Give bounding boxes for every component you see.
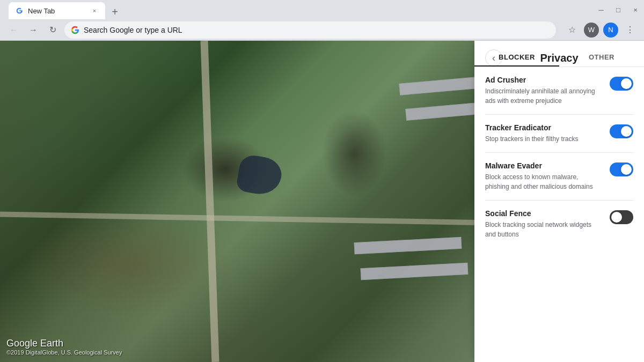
toggle-tracker-thumb [621, 126, 632, 137]
toggle-malware-thumb [621, 164, 632, 175]
toggle-social-fence[interactable] [610, 210, 633, 224]
setting-ad-crusher: Ad Crusher Indiscriminately annihilate a… [485, 67, 633, 115]
menu-button[interactable]: ⋮ [623, 23, 638, 38]
toggle-malware-evader[interactable] [610, 162, 633, 176]
address-input-wrap[interactable]: Search Google or type a URL [64, 21, 556, 39]
copyright-text: ©2019 DigitalGlobe, U.S. Geological Surv… [6, 349, 122, 356]
google-tab-icon [15, 6, 24, 15]
tab-title: New Tab [28, 7, 55, 15]
address-bar-right: ☆ W N ⋮ [565, 23, 638, 38]
setting-ad-crusher-name: Ad Crusher [485, 76, 603, 84]
tab-other[interactable]: OTHER [559, 49, 644, 67]
toggle-tracker-eradicator[interactable] [610, 124, 633, 138]
toggle-ad-crusher[interactable] [610, 77, 633, 91]
google-earth-watermark: Google Earth ©2019 DigitalGlobe, U.S. Ge… [6, 338, 122, 356]
setting-social-desc: Block tracking social network widgets an… [485, 220, 603, 239]
maximize-button[interactable]: □ [614, 6, 623, 14]
address-bar: ← → ↻ Search Google or type a URL ☆ W N … [0, 19, 644, 41]
setting-social-name: Social Fence [485, 209, 603, 218]
window-controls: ─ □ × [597, 6, 640, 14]
close-button[interactable]: × [631, 6, 640, 14]
setting-social-text: Social Fence Block tracking social netwo… [485, 209, 603, 239]
profile-avatar[interactable]: N [603, 23, 618, 38]
privacy-panel: ‹ Privacy BLOCKER OTHER Ad Crusher Indis… [474, 41, 644, 362]
minimize-button[interactable]: ─ [597, 6, 605, 14]
active-tab[interactable]: New Tab × [9, 2, 105, 19]
setting-malware-name: Malware Evader [485, 161, 603, 170]
setting-social-fence: Social Fence Block tracking social netwo… [485, 201, 633, 248]
setting-tracker-desc: Stop trackers in their filthy tracks [485, 134, 603, 144]
tab-blocker[interactable]: BLOCKER [474, 49, 559, 67]
page-content: Google Earth ©2019 DigitalGlobe, U.S. Ge… [0, 41, 644, 362]
setting-tracker-text: Tracker Eradicator Stop trackers in thei… [485, 123, 603, 144]
setting-malware-desc: Block access to known malware, phishing … [485, 172, 603, 191]
panel-header: ‹ Privacy BLOCKER OTHER [474, 41, 644, 67]
back-button[interactable]: ← [6, 23, 21, 38]
title-bar: New Tab × + ─ □ × [0, 0, 644, 19]
setting-ad-crusher-text: Ad Crusher Indiscriminately annihilate a… [485, 76, 603, 106]
panel-body: Ad Crusher Indiscriminately annihilate a… [474, 67, 644, 362]
setting-malware-text: Malware Evader Block access to known mal… [485, 161, 603, 191]
setting-tracker-name: Tracker Eradicator [485, 123, 603, 132]
google-logo-icon [71, 26, 79, 34]
toggle-social-thumb [611, 212, 622, 223]
browser-frame: New Tab × + ─ □ × ← → ↻ Search Google or… [0, 0, 644, 362]
bookmark-button[interactable]: ☆ [565, 23, 580, 38]
extension-world-icon[interactable]: W [584, 23, 599, 38]
setting-ad-crusher-desc: Indiscriminately annihilate all annoying… [485, 86, 603, 106]
setting-tracker-eradicator: Tracker Eradicator Stop trackers in thei… [485, 115, 633, 153]
setting-malware-evader: Malware Evader Block access to known mal… [485, 153, 633, 201]
brand-name: Google Earth [6, 338, 122, 349]
new-tab-button[interactable]: + [107, 4, 122, 19]
forward-button[interactable]: → [26, 23, 41, 38]
tab-close-button[interactable]: × [90, 6, 99, 15]
address-text: Search Google or type a URL [84, 26, 550, 34]
toggle-ad-crusher-thumb [621, 78, 632, 89]
refresh-button[interactable]: ↻ [45, 23, 60, 38]
